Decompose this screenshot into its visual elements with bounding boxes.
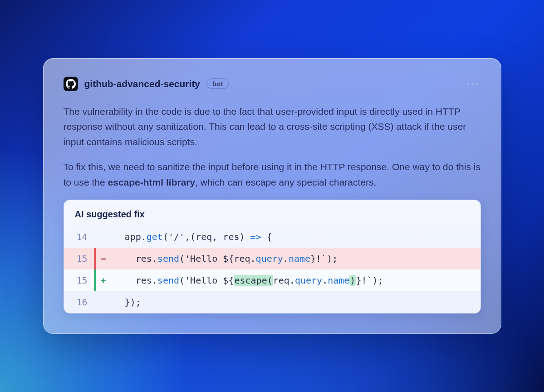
line-number: 15 bbox=[64, 248, 94, 270]
suggested-fix-title: AI suggested fix bbox=[64, 200, 480, 226]
code-content: }); bbox=[111, 291, 480, 313]
comment-header: github-advanced-security bot bbox=[64, 77, 481, 91]
fix-description: To fix this, we need to sanitize the inp… bbox=[64, 159, 481, 190]
code-line: 14 app.get('/',(req, res) => { bbox=[64, 226, 480, 248]
line-number: 16 bbox=[64, 291, 94, 313]
comment-card: github-advanced-security bot The vulnera… bbox=[43, 58, 501, 334]
code-content: app.get('/',(req, res) => { bbox=[111, 226, 480, 248]
code-diff: 14 app.get('/',(req, res) => { 15 − res.… bbox=[64, 226, 480, 313]
minus-icon: − bbox=[96, 248, 111, 270]
suggested-fix-card: AI suggested fix 14 app.get('/',(req, re… bbox=[64, 200, 481, 314]
line-number: 15 bbox=[64, 270, 94, 291]
added-highlight: escape( bbox=[234, 275, 273, 286]
vulnerability-description: The vulnerability in the code is due to … bbox=[64, 104, 481, 150]
plus-icon: + bbox=[96, 270, 111, 291]
line-number: 14 bbox=[64, 226, 94, 248]
github-icon bbox=[66, 79, 76, 89]
username[interactable]: github-advanced-security bbox=[84, 78, 201, 89]
more-menu-icon[interactable] bbox=[464, 80, 481, 88]
fix-desc-post: , which can escape any special character… bbox=[195, 177, 376, 187]
code-line-added: 15 + res.send('Hello ${escape(req.query.… bbox=[64, 270, 480, 291]
code-line-deleted: 15 − res.send('Hello ${req.query.name}!`… bbox=[64, 248, 480, 270]
bot-badge: bot bbox=[206, 78, 229, 89]
github-avatar[interactable] bbox=[64, 77, 78, 91]
library-name: escape-html library bbox=[108, 177, 196, 187]
code-line: 16 }); bbox=[64, 291, 480, 313]
added-highlight: ) bbox=[349, 275, 356, 286]
code-content: res.send('Hello ${req.query.name}!`); bbox=[111, 248, 480, 270]
code-content: res.send('Hello ${escape(req.query.name)… bbox=[111, 270, 480, 291]
